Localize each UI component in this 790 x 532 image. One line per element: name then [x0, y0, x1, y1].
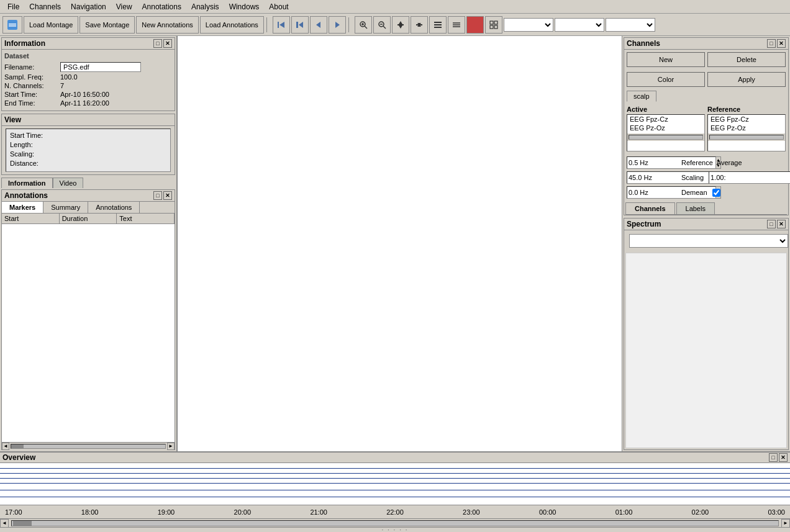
- ann-col-duration: Duration: [60, 214, 117, 223]
- spectrum-controls: □ ✕: [767, 220, 786, 228]
- apply-channel-btn[interactable]: Apply: [707, 72, 786, 87]
- ref-scroll-htrack[interactable]: [709, 135, 784, 140]
- delete-channel-btn[interactable]: Delete: [707, 52, 786, 67]
- svg-marker-8: [335, 22, 340, 28]
- tab-information[interactable]: Information: [1, 178, 53, 188]
- nav-forward-icon: [333, 20, 342, 29]
- information-close-btn[interactable]: ✕: [163, 39, 172, 48]
- annotations-close-btn[interactable]: ✕: [163, 191, 172, 200]
- information-inner: Dataset Filename: PSG.edf Sampl. Freq: 1…: [2, 50, 175, 110]
- spectrum-dropdown-wrapper: [624, 230, 788, 251]
- ov-scroll-right-btn[interactable]: ►: [781, 519, 790, 528]
- channel-dropdown-2[interactable]: [555, 18, 604, 32]
- zoom-out-time-btn[interactable]: [373, 16, 391, 34]
- menu-channels[interactable]: Channels: [24, 1, 66, 12]
- end-time-label: End Time:: [4, 99, 60, 107]
- ref-item-0[interactable]: EEG Fpz-Cz: [708, 115, 785, 124]
- scroll-right-btn[interactable]: ►: [167, 443, 175, 450]
- ov-scroll-track: [11, 520, 779, 526]
- scroll-thumb[interactable]: [11, 444, 24, 448]
- grid-btn[interactable]: [485, 16, 502, 34]
- scaling-spinbox[interactable]: ▲ ▼: [709, 171, 740, 184]
- reference-list[interactable]: EEG Fpz-Cz EEG Pz-Oz: [707, 114, 786, 151]
- notch-spinbox[interactable]: ▲ ▼: [627, 186, 676, 199]
- annotations-minimize-btn[interactable]: □: [153, 191, 162, 200]
- time-label-9: 02:00: [692, 508, 709, 516]
- nav-prev-btn[interactable]: [291, 16, 309, 34]
- channels-close-btn[interactable]: ✕: [777, 39, 786, 48]
- active-item-1[interactable]: EEG Pz-Oz: [627, 124, 704, 132]
- active-item-0[interactable]: EEG Fpz-Cz: [627, 115, 704, 124]
- ann-tab-annotations[interactable]: Annotations: [88, 202, 140, 213]
- ch-tab-labels[interactable]: Labels: [676, 202, 715, 214]
- information-section: Information □ ✕ Dataset Filename: PSG.ed…: [1, 37, 175, 111]
- svg-marker-18: [399, 25, 402, 29]
- time-label-4: 21:00: [310, 508, 327, 516]
- overview-resize-handle[interactable]: · · · · ·: [0, 527, 790, 532]
- ann-tab-summary[interactable]: Summary: [43, 202, 88, 213]
- menu-file[interactable]: File: [2, 1, 24, 12]
- zoom-out-amp-btn[interactable]: [411, 16, 428, 34]
- nav-back-btn[interactable]: [310, 16, 327, 34]
- lp-spinbox[interactable]: ▲ ▼: [627, 171, 676, 184]
- ann-tab-markers[interactable]: Markers: [2, 202, 43, 213]
- zoom-in-amp-btn[interactable]: [392, 16, 409, 34]
- nav-forward-btn[interactable]: [329, 16, 346, 34]
- hp-spinbox[interactable]: 0.5 Hz ▲ ▼: [627, 156, 676, 169]
- app-icon-btn[interactable]: [2, 16, 22, 34]
- active-scroll-htrack[interactable]: [629, 135, 703, 140]
- continuous-view-btn[interactable]: [448, 16, 465, 34]
- reference-col: Reference EEG Fpz-Cz EEG Pz-Oz: [707, 106, 786, 151]
- annotations-scrollbar-h[interactable]: ◄ ►: [2, 443, 175, 450]
- svg-rect-0: [7, 20, 17, 30]
- scaling-input[interactable]: [709, 171, 790, 184]
- save-montage-btn[interactable]: Save Montage: [79, 16, 135, 34]
- svg-rect-29: [490, 21, 493, 24]
- svg-rect-31: [490, 25, 493, 29]
- spectrum-minimize-btn[interactable]: □: [767, 220, 776, 228]
- information-minimize-btn[interactable]: □: [153, 39, 162, 48]
- menu-view[interactable]: View: [111, 1, 137, 12]
- page-view-btn[interactable]: [429, 16, 447, 34]
- overview-scrollbar[interactable]: ◄ ►: [0, 518, 790, 527]
- menu-about[interactable]: About: [264, 1, 293, 12]
- menu-annotations[interactable]: Annotations: [137, 1, 186, 12]
- overview-close-btn[interactable]: ✕: [779, 453, 788, 462]
- toolbar-sep-1: [266, 17, 270, 32]
- tab-video[interactable]: Video: [53, 178, 84, 188]
- spectrum-section: Spectrum □ ✕: [624, 218, 789, 450]
- active-list[interactable]: EEG Fpz-Cz EEG Pz-Oz: [627, 114, 705, 151]
- overview-minimize-btn[interactable]: □: [769, 453, 778, 462]
- new-channel-btn[interactable]: New: [627, 52, 705, 67]
- new-annotations-btn[interactable]: New Annotations: [136, 16, 199, 34]
- color-channel-btn[interactable]: Color: [627, 72, 705, 87]
- channels-minimize-btn[interactable]: □: [767, 39, 776, 48]
- menu-navigation[interactable]: Navigation: [66, 1, 111, 12]
- overview-line-4: [0, 490, 790, 490]
- ann-col-start: Start: [2, 214, 60, 223]
- color-btn[interactable]: [466, 16, 484, 34]
- page-view-icon: [434, 20, 442, 29]
- view-scaling-label: Scaling:: [10, 150, 50, 158]
- spectrum-dropdown[interactable]: [629, 234, 788, 248]
- ov-scroll-thumb[interactable]: [13, 521, 32, 526]
- load-montage-btn[interactable]: Load Montage: [24, 16, 78, 34]
- view-header: View: [2, 114, 175, 126]
- menu-analysis[interactable]: Analysis: [186, 1, 224, 12]
- channels-title: Channels: [627, 39, 660, 48]
- svg-line-10: [365, 26, 367, 29]
- load-annotations-btn[interactable]: Load Annotations: [200, 16, 264, 34]
- channel-dropdown-3[interactable]: [606, 18, 655, 32]
- demean-checkbox[interactable]: [712, 189, 720, 197]
- channel-dropdown-1[interactable]: [504, 18, 553, 32]
- scalp-tab[interactable]: scalp: [627, 91, 656, 102]
- scroll-left-btn[interactable]: ◄: [2, 443, 9, 450]
- spectrum-close-btn[interactable]: ✕: [777, 220, 786, 228]
- zoom-in-time-btn[interactable]: [355, 16, 372, 34]
- ref-item-1[interactable]: EEG Pz-Oz: [708, 124, 785, 132]
- ov-scroll-left-btn[interactable]: ◄: [0, 519, 9, 528]
- center-canvas: [177, 36, 622, 451]
- menu-windows[interactable]: Windows: [224, 1, 265, 12]
- ch-tab-channels[interactable]: Channels: [625, 202, 675, 214]
- nav-prev-far-btn[interactable]: [273, 16, 290, 34]
